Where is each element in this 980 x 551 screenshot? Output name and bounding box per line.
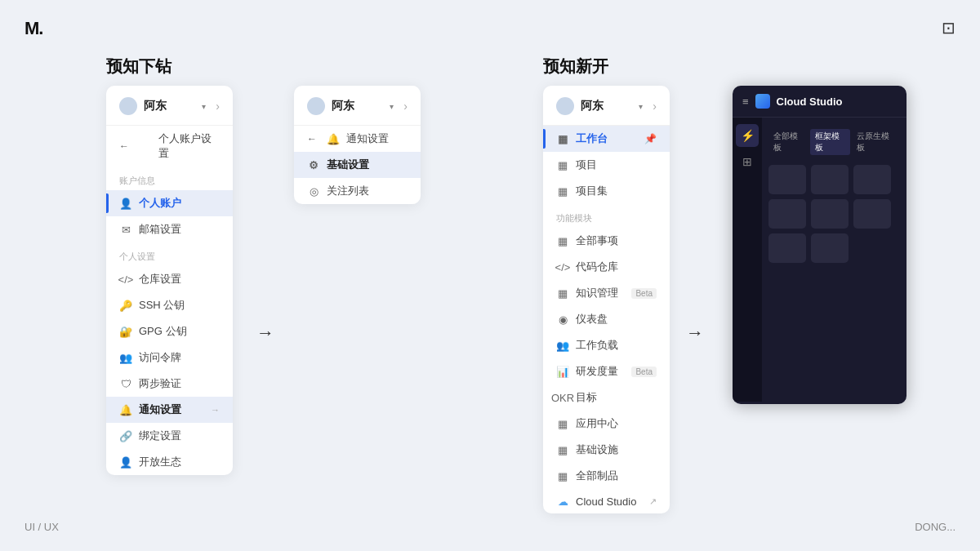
cloud-studio-panel: ≡ Cloud Studio ⚡ ⊞ 全部模板 框架模板 云原生模板 bbox=[733, 86, 906, 404]
panel1-personal-account-label: 个人账户 bbox=[139, 196, 220, 211]
panel2-watch-icon: ◎ bbox=[307, 184, 320, 198]
template-card-3[interactable] bbox=[853, 165, 891, 194]
notification-icon: 🔔 bbox=[119, 403, 132, 416]
panel1-item-gpg[interactable]: 🔐 GPG 公钥 bbox=[106, 318, 233, 344]
infra-icon: ▦ bbox=[556, 443, 569, 456]
template-card-5[interactable] bbox=[811, 199, 849, 229]
panel3-user-icon bbox=[556, 97, 574, 115]
panel3-item-artifacts[interactable]: ▦ 全部制品 bbox=[543, 463, 670, 489]
panel3-item-cloud-studio[interactable]: ☁ Cloud Studio ↗ bbox=[543, 489, 670, 513]
panel-personal-settings: 阿东 ▾ › ← 个人账户设置 账户信息 👤 个人账户 ✉ 邮箱设置 个人设置 … bbox=[106, 86, 233, 475]
cloud-studio-logo bbox=[755, 94, 770, 109]
panel3-code-repo-label: 代码仓库 bbox=[576, 260, 657, 274]
panel1-item-open-eco[interactable]: 👤 开放生态 bbox=[106, 449, 233, 475]
panel3-artifacts-label: 全部制品 bbox=[576, 469, 657, 483]
panel3-projects-label: 项目 bbox=[576, 158, 657, 172]
template-card-4[interactable] bbox=[768, 199, 806, 229]
panel3-item-workload[interactable]: 👥 工作负载 bbox=[543, 332, 670, 358]
panel1-item-repo[interactable]: </> 仓库设置 bbox=[106, 266, 233, 292]
eco-icon: 👤 bbox=[119, 455, 132, 469]
panel3-collapse[interactable]: › bbox=[653, 100, 657, 113]
panel2-back-label: 通知设置 bbox=[346, 131, 408, 146]
panel3-item-devmetrics[interactable]: 📊 研发度量 Beta bbox=[543, 358, 670, 384]
panel2-notif-icon: 🔔 bbox=[327, 132, 340, 145]
panel1-section-personal: 个人设置 bbox=[106, 242, 233, 266]
bind-icon: 🔗 bbox=[119, 429, 132, 442]
panel3-goals-label: 目标 bbox=[576, 390, 657, 405]
metrics-icon: 📊 bbox=[556, 365, 569, 378]
cloud-studio-title: Cloud Studio bbox=[777, 96, 843, 108]
cloud-tab-native[interactable]: 云原生模板 bbox=[852, 129, 900, 155]
arrow-1: → bbox=[256, 322, 274, 344]
panel3-item-infra[interactable]: ▦ 基础设施 bbox=[543, 437, 670, 463]
tasks-icon: ▦ bbox=[556, 234, 569, 247]
panel1-item-bind[interactable]: 🔗 绑定设置 bbox=[106, 423, 233, 449]
panel2-collapse[interactable]: › bbox=[403, 100, 408, 113]
panel1-gpg-label: GPG 公钥 bbox=[139, 324, 220, 339]
panel3-item-goals[interactable]: OKR 目标 bbox=[543, 384, 670, 411]
panel1-notification-arrow: → bbox=[211, 405, 220, 415]
cloud-template-grid bbox=[768, 165, 900, 263]
panel2-chevron[interactable]: ▾ bbox=[390, 102, 394, 111]
panel2-user-name: 阿东 bbox=[332, 99, 383, 113]
panel1-back-label: 个人账户设置 bbox=[158, 131, 220, 161]
cloud-panel-header: ≡ Cloud Studio bbox=[733, 86, 906, 118]
panel3-item-app-center[interactable]: ▦ 应用中心 bbox=[543, 411, 670, 437]
template-card-2[interactable] bbox=[811, 165, 849, 194]
panel2-basic-label: 基础设置 bbox=[327, 158, 408, 172]
panel1-item-email[interactable]: ✉ 邮箱设置 bbox=[106, 216, 233, 242]
panel3-dashboard-label: 仪表盘 bbox=[576, 312, 657, 327]
template-card-7[interactable] bbox=[768, 233, 806, 263]
panel2-back[interactable]: ← 🔔 通知设置 bbox=[294, 126, 421, 152]
panel1-chevron[interactable]: ▾ bbox=[202, 102, 206, 111]
hamburger-icon[interactable]: ≡ bbox=[742, 96, 749, 108]
top-right-icon[interactable]: ⊡ bbox=[942, 18, 956, 38]
cloud-tab-framework[interactable]: 框架模板 bbox=[810, 129, 850, 155]
panel2-item-watchlist[interactable]: ◎ 关注列表 bbox=[294, 178, 421, 204]
panel1-back[interactable]: ← 个人账户设置 bbox=[106, 126, 233, 167]
project-group-icon: ▦ bbox=[556, 184, 569, 198]
panel3-item-all-tasks[interactable]: ▦ 全部事项 bbox=[543, 228, 670, 254]
panel3-item-code-repo[interactable]: </> 代码仓库 bbox=[543, 254, 670, 280]
panel3-item-dashboard[interactable]: ◉ 仪表盘 bbox=[543, 306, 670, 332]
panel3-devmetrics-badge: Beta bbox=[631, 367, 657, 377]
panel1-back-icon bbox=[139, 140, 152, 153]
code-icon: </> bbox=[556, 260, 569, 273]
cloud-sidebar-grid[interactable]: ⊞ bbox=[736, 150, 759, 173]
ssh-icon: 🔑 bbox=[119, 299, 132, 312]
cloud-main-area: 全部模板 框架模板 云原生模板 bbox=[762, 118, 906, 402]
panel3-cloud-studio-label: Cloud Studio bbox=[576, 495, 643, 508]
panel1-item-2fa[interactable]: 🛡 两步验证 bbox=[106, 371, 233, 397]
template-card-6[interactable] bbox=[853, 199, 891, 229]
artifacts-icon: ▦ bbox=[556, 469, 569, 482]
template-card-1[interactable] bbox=[768, 165, 806, 194]
panel3-item-project-groups[interactable]: ▦ 项目集 bbox=[543, 178, 670, 204]
section-heading-left: 预知下钻 bbox=[106, 56, 172, 78]
goals-icon: OKR bbox=[556, 391, 569, 404]
bottom-label-right: DONG... bbox=[915, 521, 956, 533]
panel1-item-ssh[interactable]: 🔑 SSH 公钥 bbox=[106, 292, 233, 318]
workload-icon: 👥 bbox=[556, 339, 569, 352]
panel1-notification-label: 通知设置 bbox=[139, 402, 204, 417]
panel2-item-basic[interactable]: ⚙ 基础设置 bbox=[294, 152, 421, 178]
user-circle-icon: 👤 bbox=[119, 197, 132, 210]
panel3-chevron[interactable]: ▾ bbox=[639, 102, 643, 111]
cloud-tab-all[interactable]: 全部模板 bbox=[768, 129, 808, 155]
section-heading-right: 预知新开 bbox=[543, 56, 608, 78]
panel3-item-projects[interactable]: ▦ 项目 bbox=[543, 152, 670, 178]
panel2-user-icon bbox=[307, 97, 325, 115]
cloud-sidebar-lightning[interactable]: ⚡ bbox=[736, 124, 759, 147]
template-card-8[interactable] bbox=[811, 233, 849, 263]
panel2-basic-icon: ⚙ bbox=[307, 158, 320, 171]
panel3-item-knowledge[interactable]: ▦ 知识管理 Beta bbox=[543, 280, 670, 306]
app-center-icon: ▦ bbox=[556, 417, 569, 430]
panel3-section-func: 功能模块 bbox=[543, 204, 670, 228]
panel3-header: 阿东 ▾ › bbox=[543, 86, 670, 126]
panel1-repo-label: 仓库设置 bbox=[139, 272, 220, 287]
panel1-item-personal-account[interactable]: 👤 个人账户 bbox=[106, 190, 233, 216]
panel1-item-notification[interactable]: 🔔 通知设置 → bbox=[106, 397, 233, 423]
panel1-item-token[interactable]: 👥 访问令牌 bbox=[106, 344, 233, 371]
panel1-collapse[interactable]: › bbox=[216, 100, 220, 113]
panel3-item-workbench[interactable]: ▦ 工作台 📌 bbox=[543, 126, 670, 152]
dashboard-icon: ◉ bbox=[556, 313, 569, 326]
